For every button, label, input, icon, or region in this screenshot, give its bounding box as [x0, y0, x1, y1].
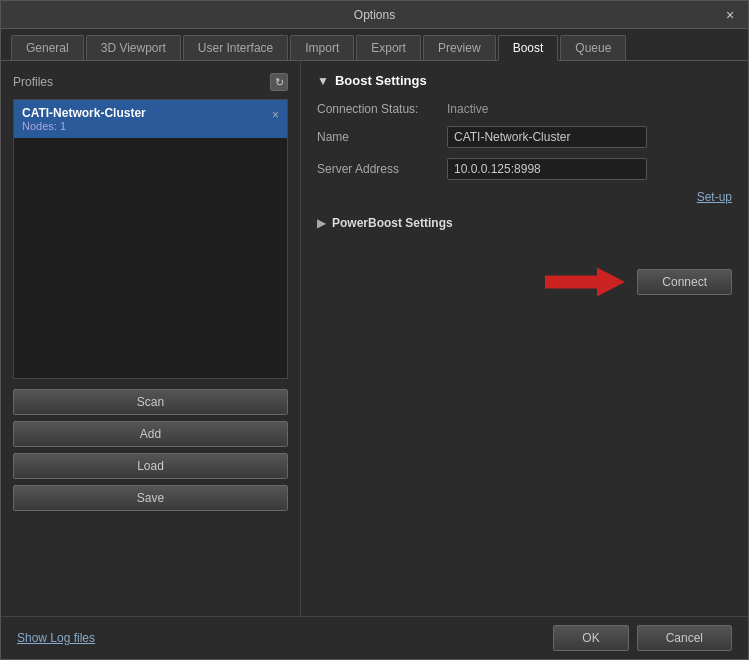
server-address-label: Server Address — [317, 162, 447, 176]
name-label: Name — [317, 130, 447, 144]
dialog-title: Options — [27, 8, 722, 22]
dialog: Options × General 3D Viewport User Inter… — [0, 0, 749, 660]
tab-export[interactable]: Export — [356, 35, 421, 60]
section-collapse-icon: ▼ — [317, 74, 329, 88]
server-address-row: Server Address — [317, 158, 732, 180]
bottom-bar: Show Log files OK Cancel — [1, 616, 748, 659]
add-button[interactable]: Add — [13, 421, 288, 447]
name-row: Name — [317, 126, 732, 148]
profile-item[interactable]: CATI-Network-Cluster Nodes: 1 × — [14, 100, 287, 138]
save-button[interactable]: Save — [13, 485, 288, 511]
close-button[interactable]: × — [722, 7, 738, 23]
powerboost-title: PowerBoost Settings — [332, 216, 453, 230]
boost-settings-title: Boost Settings — [335, 73, 427, 88]
boost-settings-header: ▼ Boost Settings — [317, 73, 732, 88]
tab-user-interface[interactable]: User Interface — [183, 35, 288, 60]
connect-button[interactable]: Connect — [637, 269, 732, 295]
profile-item-nodes: Nodes: 1 — [22, 120, 146, 132]
tab-import[interactable]: Import — [290, 35, 354, 60]
profile-item-name: CATI-Network-Cluster — [22, 106, 146, 120]
profiles-label: Profiles — [13, 75, 53, 89]
connection-status-value: Inactive — [447, 102, 488, 116]
profiles-header: Profiles ↻ — [13, 73, 288, 91]
connect-row: Connect — [317, 262, 732, 302]
tab-3d-viewport[interactable]: 3D Viewport — [86, 35, 181, 60]
profile-item-text: CATI-Network-Cluster Nodes: 1 — [22, 106, 146, 132]
connection-status-row: Connection Status: Inactive — [317, 102, 732, 116]
refresh-button[interactable]: ↻ — [270, 73, 288, 91]
tab-general[interactable]: General — [11, 35, 84, 60]
name-input[interactable] — [447, 126, 647, 148]
tab-bar: General 3D Viewport User Interface Impor… — [1, 29, 748, 61]
ok-button[interactable]: OK — [553, 625, 628, 651]
server-address-input[interactable] — [447, 158, 647, 180]
scan-button[interactable]: Scan — [13, 389, 288, 415]
powerboost-header: ▶ PowerBoost Settings — [317, 216, 732, 230]
cancel-button[interactable]: Cancel — [637, 625, 732, 651]
left-panel: Profiles ↻ CATI-Network-Cluster Nodes: 1… — [1, 61, 301, 616]
action-buttons: Scan Add Load Save — [13, 389, 288, 511]
profile-list: CATI-Network-Cluster Nodes: 1 × — [13, 99, 288, 379]
title-bar: Options × — [1, 1, 748, 29]
connection-status-label: Connection Status: — [317, 102, 447, 116]
tab-preview[interactable]: Preview — [423, 35, 496, 60]
right-panel: ▼ Boost Settings Connection Status: Inac… — [301, 61, 748, 616]
svg-marker-0 — [545, 268, 625, 297]
profile-item-close-icon[interactable]: × — [272, 108, 279, 122]
setup-link[interactable]: Set-up — [697, 190, 732, 204]
red-arrow — [545, 262, 625, 302]
show-log-link[interactable]: Show Log files — [17, 631, 95, 645]
tab-boost[interactable]: Boost — [498, 35, 559, 61]
powerboost-collapse-icon: ▶ — [317, 216, 326, 230]
tab-queue[interactable]: Queue — [560, 35, 626, 60]
main-content: Profiles ↻ CATI-Network-Cluster Nodes: 1… — [1, 61, 748, 616]
bottom-buttons: OK Cancel — [553, 625, 732, 651]
load-button[interactable]: Load — [13, 453, 288, 479]
